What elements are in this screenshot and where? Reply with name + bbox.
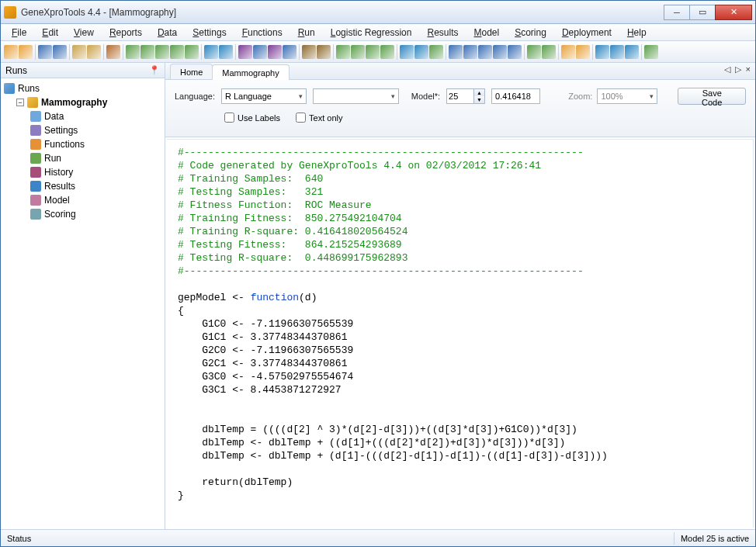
toolbar-button-1[interactable] xyxy=(19,45,33,59)
tab-next-icon[interactable]: ▷ xyxy=(735,64,741,74)
toolbar-button-39[interactable] xyxy=(644,45,658,59)
toolbar-button-4[interactable] xyxy=(72,45,86,59)
toolbar-button-20[interactable] xyxy=(336,45,350,59)
toolbar-button-12[interactable] xyxy=(204,45,218,59)
tab-nav: ◁ ▷ × xyxy=(724,64,751,74)
tree-root[interactable]: Runs xyxy=(2,81,163,95)
tree-item-label: Scoring xyxy=(44,209,76,220)
toolbar-button-17[interactable] xyxy=(283,45,297,59)
zoom-label: Zoom: xyxy=(568,92,592,101)
tree-project[interactable]: − Mammography xyxy=(2,95,163,109)
maximize-button[interactable]: ▭ xyxy=(689,5,716,20)
model-icon xyxy=(30,195,41,206)
menu-item-settings[interactable]: Settings xyxy=(186,26,232,40)
toolbar-button-2[interactable] xyxy=(38,45,52,59)
toolbar-button-18[interactable] xyxy=(302,45,316,59)
toolbar-button-25[interactable] xyxy=(414,45,428,59)
menu-item-edit[interactable]: Edit xyxy=(36,26,64,40)
tab-mammography[interactable]: Mammography xyxy=(212,64,289,80)
toolbar-button-9[interactable] xyxy=(155,45,169,59)
toolbar-button-28[interactable] xyxy=(463,45,477,59)
params-panel: Language: R Language Model*: ▲▼ 0.416418… xyxy=(165,80,755,137)
menu-item-reports[interactable]: Reports xyxy=(103,26,148,40)
toolbar-button-14[interactable] xyxy=(238,45,252,59)
toolbar-button-10[interactable] xyxy=(170,45,184,59)
text-only-box[interactable] xyxy=(296,113,306,123)
toolbar-button-38[interactable] xyxy=(625,45,639,59)
text-only-checkbox[interactable]: Text only xyxy=(296,113,342,123)
use-labels-checkbox[interactable]: Use Labels xyxy=(224,113,280,123)
toolbar-button-27[interactable] xyxy=(449,45,463,59)
menu-item-file[interactable]: File xyxy=(5,26,33,40)
settings-icon xyxy=(30,125,41,136)
use-labels-box[interactable] xyxy=(224,113,234,123)
tree-item-model[interactable]: Model xyxy=(2,193,163,207)
status-right: Model 25 is active xyxy=(681,534,749,543)
tree-item-run[interactable]: Run xyxy=(2,151,163,165)
menu-item-results[interactable]: Results xyxy=(421,26,464,40)
toolbar-button-32[interactable] xyxy=(527,45,541,59)
toolbar-button-6[interactable] xyxy=(106,45,120,59)
toolbar-button-22[interactable] xyxy=(366,45,380,59)
toolbar-button-31[interactable] xyxy=(508,45,522,59)
save-code-button[interactable]: Save Code xyxy=(678,88,746,105)
toolbar-button-24[interactable] xyxy=(400,45,414,59)
toolbar-button-3[interactable] xyxy=(53,45,67,59)
tab-prev-icon[interactable]: ◁ xyxy=(724,64,730,74)
menu-item-view[interactable]: View xyxy=(68,26,100,40)
data-icon xyxy=(30,111,41,122)
toolbar-button-7[interactable] xyxy=(126,45,140,59)
toolbar-button-36[interactable] xyxy=(595,45,609,59)
tree-item-history[interactable]: History xyxy=(2,165,163,179)
menu-item-deployment[interactable]: Deployment xyxy=(556,26,618,40)
runs-tree: Runs − Mammography DataSettingsFunctions… xyxy=(1,78,165,529)
text-only-text: Text only xyxy=(309,113,342,123)
tree-item-results[interactable]: Results xyxy=(2,179,163,193)
tree-item-data[interactable]: Data xyxy=(2,109,163,123)
tab-mammography-label: Mammography xyxy=(222,68,279,78)
toolbar-button-13[interactable] xyxy=(219,45,233,59)
language-label: Language: xyxy=(175,92,215,101)
toolbar-button-34[interactable] xyxy=(561,45,575,59)
toolbar-button-23[interactable] xyxy=(380,45,394,59)
toolbar-button-21[interactable] xyxy=(351,45,365,59)
secondary-select[interactable] xyxy=(313,88,398,104)
toolbar-button-8[interactable] xyxy=(140,45,154,59)
toolbar-button-11[interactable] xyxy=(185,45,199,59)
tree-item-functions[interactable]: Functions xyxy=(2,137,163,151)
toolbar-button-37[interactable] xyxy=(610,45,624,59)
tree-item-scoring[interactable]: Scoring xyxy=(2,207,163,221)
expander-icon[interactable]: − xyxy=(16,99,24,106)
language-select[interactable]: R Language xyxy=(221,88,307,104)
toolbar-button-15[interactable] xyxy=(253,45,267,59)
toolbar-button-16[interactable] xyxy=(268,45,282,59)
zoom-select[interactable]: 100% xyxy=(597,88,657,104)
minimize-button[interactable]: ─ xyxy=(664,5,690,20)
run-icon xyxy=(30,153,41,164)
sidebar-header: Runs 📍 xyxy=(1,63,165,78)
spinner-arrows[interactable]: ▲▼ xyxy=(473,89,484,103)
model-input[interactable] xyxy=(447,89,473,103)
tree-item-settings[interactable]: Settings xyxy=(2,123,163,137)
menu-item-help[interactable]: Help xyxy=(621,26,653,40)
model-spinner[interactable]: ▲▼ xyxy=(446,88,485,104)
toolbar-button-26[interactable] xyxy=(429,45,443,59)
menu-item-logistic-regression[interactable]: Logistic Regression xyxy=(324,26,418,40)
code-viewer[interactable]: #---------------------------------------… xyxy=(167,139,754,528)
toolbar-button-33[interactable] xyxy=(542,45,556,59)
tab-home[interactable]: Home xyxy=(170,64,213,79)
close-button[interactable]: ✕ xyxy=(715,5,752,20)
toolbar-button-19[interactable] xyxy=(317,45,331,59)
menu-item-functions[interactable]: Functions xyxy=(236,26,289,40)
toolbar-button-29[interactable] xyxy=(478,45,492,59)
menu-item-scoring[interactable]: Scoring xyxy=(508,26,553,40)
pin-icon[interactable]: 📍 xyxy=(149,65,160,75)
menu-item-data[interactable]: Data xyxy=(151,26,183,40)
toolbar-button-5[interactable] xyxy=(87,45,101,59)
menu-item-run[interactable]: Run xyxy=(292,26,321,40)
tab-close-icon[interactable]: × xyxy=(746,64,751,74)
menu-item-model[interactable]: Model xyxy=(467,26,505,40)
toolbar-button-30[interactable] xyxy=(493,45,507,59)
toolbar-button-35[interactable] xyxy=(576,45,590,59)
toolbar-button-0[interactable] xyxy=(4,45,18,59)
